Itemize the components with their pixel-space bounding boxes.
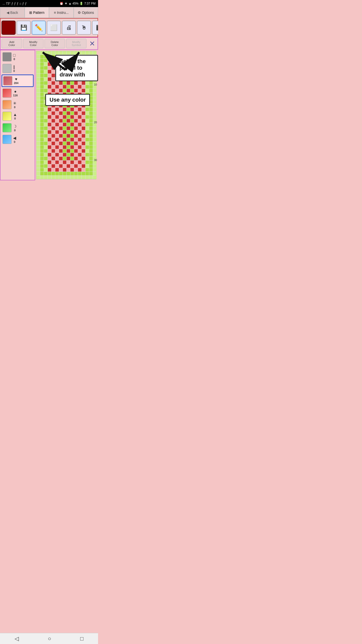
grid-cell[interactable] [85,123,89,126]
grid-cell[interactable] [59,168,63,172]
grid-cell[interactable] [52,142,55,145]
grid-cell[interactable] [74,172,78,175]
grid-cell[interactable] [85,153,89,156]
grid-cell[interactable] [67,127,70,130]
grid-cell[interactable] [82,108,85,111]
grid-cell[interactable] [48,77,51,81]
grid-cell[interactable] [36,142,40,145]
grid-cell[interactable] [55,172,59,175]
grid-cell[interactable] [89,149,93,153]
grid-cell[interactable] [78,142,81,145]
grid-cell[interactable] [74,164,78,168]
grid-cell[interactable] [89,119,93,123]
grid-cell[interactable] [78,168,81,172]
grid-cell[interactable] [78,123,81,126]
grid-cell[interactable] [36,164,40,168]
grid-cell[interactable] [55,145,59,149]
grid-cell[interactable] [82,142,85,145]
grid-cell[interactable] [44,81,48,85]
grid-cell[interactable] [63,89,66,92]
grid-cell[interactable] [78,149,81,153]
grid-cell[interactable] [70,108,74,111]
grid-cell[interactable] [36,89,40,92]
grid-cell[interactable] [52,70,55,73]
grid-cell[interactable] [74,134,78,138]
grid-cell[interactable] [89,168,93,172]
grid-cell[interactable] [93,130,97,134]
grid-cell[interactable] [40,70,44,73]
grid-cell[interactable] [44,62,48,66]
grid-cell[interactable] [70,145,74,149]
grid-cell[interactable] [48,70,51,73]
grid-cell[interactable] [36,153,40,156]
grid-cell[interactable] [40,119,44,123]
grid-cell[interactable] [36,111,40,115]
grid-cell[interactable] [70,81,74,85]
grid-cell[interactable] [36,66,40,70]
grid-cell[interactable] [40,138,44,141]
grid-cell[interactable] [89,157,93,160]
grid-cell[interactable] [78,85,81,89]
grid-cell[interactable] [89,134,93,138]
grid-cell[interactable] [36,157,40,160]
grid-cell[interactable] [44,70,48,73]
grid-cell[interactable] [40,96,44,100]
add-color-button[interactable]: AddColor [2,39,22,48]
grid-cell[interactable] [85,81,89,85]
grid-cell[interactable] [40,172,44,175]
grid-cell[interactable] [85,164,89,168]
grid-cell[interactable] [52,164,55,168]
grid-cell[interactable] [85,172,89,175]
grid-cell[interactable] [93,104,97,107]
grid-cell[interactable] [93,96,97,100]
grid-cell[interactable] [40,93,44,96]
grid-cell[interactable] [52,145,55,149]
grid-cell[interactable] [78,160,81,164]
grid-cell[interactable] [48,164,51,168]
grid-cell[interactable] [36,138,40,141]
grid-cell[interactable] [85,138,89,141]
grid-cell[interactable] [55,160,59,164]
grid-cell[interactable] [44,127,48,130]
grid-cell[interactable] [36,51,40,55]
grid-cell[interactable] [85,160,89,164]
grid-cell[interactable] [52,168,55,172]
stamp-tool[interactable]: 🖨 [62,21,76,35]
grid-cell[interactable] [82,160,85,164]
grid-cell[interactable] [52,134,55,138]
grid-cell[interactable] [40,108,44,111]
grid-cell[interactable] [89,115,93,119]
grid-cell[interactable] [63,134,66,138]
grid-cell[interactable] [48,160,51,164]
grid-cell[interactable] [55,81,59,85]
grid-cell[interactable] [82,138,85,141]
grid-cell[interactable] [74,108,78,111]
grid-cell[interactable] [44,51,48,55]
grid-cell[interactable] [48,115,51,119]
grid-cell[interactable] [40,77,44,81]
grid-cell[interactable] [70,123,74,126]
grid-cell[interactable] [82,111,85,115]
grid-cell[interactable] [59,149,63,153]
grid-cell[interactable] [59,108,63,111]
grid-cell[interactable] [70,172,74,175]
grid-cell[interactable] [48,119,51,123]
grid-cell[interactable] [40,145,44,149]
grid-cell[interactable] [93,138,97,141]
grid-cell[interactable] [44,138,48,141]
grid-cell[interactable] [74,81,78,85]
grid-cell[interactable] [36,115,40,119]
grid-cell[interactable] [70,164,74,168]
grid-cell[interactable] [36,134,40,138]
grid-cell[interactable] [48,85,51,89]
grid-cell[interactable] [52,138,55,141]
grid-cell[interactable] [52,62,55,66]
grid-cell[interactable] [55,134,59,138]
grid-cell[interactable] [48,145,51,149]
grid-cell[interactable] [48,111,51,115]
grid-cell[interactable] [85,108,89,111]
grid-cell[interactable] [70,85,74,89]
grid-cell[interactable] [67,134,70,138]
grid-cell[interactable] [70,115,74,119]
grid-cell[interactable] [52,77,55,81]
